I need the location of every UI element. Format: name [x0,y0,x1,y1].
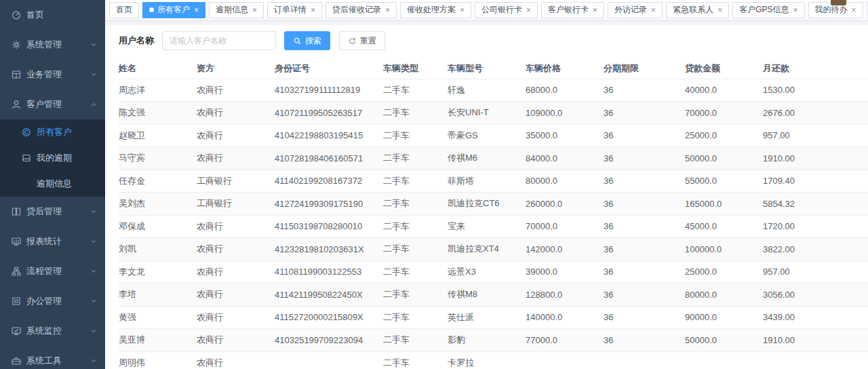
cell-installment_term: 36 [604,147,685,170]
table-body: 周志洋农商行410327199111112819二手车轩逸68000.03640… [119,79,868,369]
sidebar-item-客户管理[interactable]: 客户管理 [0,90,105,119]
cell-action: 详情 [841,170,868,193]
content-panel: 用户名称 搜索 重置 姓名资方身份证号车辆类型车辆型号车辆价格分期期限贷款金额月… [105,31,868,369]
cell-vehicle_model: 菲斯塔 [448,170,526,193]
sidebar-item-label: 逾期信息 [37,178,72,190]
flow-icon [11,266,22,277]
sidebar-item-逾期信息[interactable]: 逾期信息 [0,171,105,197]
tab-label: 外访记录 [614,4,647,16]
cell-funder: 工商银行 [197,170,275,193]
cell-funder: 农商行 [197,238,275,261]
close-icon[interactable]: × [852,6,856,14]
tab-紧急联系人[interactable]: 紧急联系人× [666,2,729,18]
sidebar-item-系统工具[interactable]: 系统工具 [0,346,105,369]
cell-installment_term: 36 [604,124,685,147]
sidebar-item-label: 办公管理 [26,295,62,307]
cell-vehicle_type: 二手车 [383,124,448,147]
table-row: 任存金工商银行411402199208167372二手车菲斯塔80000.036… [119,170,868,193]
search-toolbar: 用户名称 搜索 重置 [119,31,854,51]
close-icon[interactable]: × [593,6,597,14]
cell-installment_term [604,351,685,369]
search-input[interactable] [162,31,276,50]
cell-vehicle_model: 卡罗拉 [448,351,526,369]
table-row: 李文龙农商行411081199003122553二手车远景X339000.036… [119,260,868,284]
reset-button[interactable]: 重置 [339,31,385,50]
sidebar-item-报表统计[interactable]: 报表统计 [0,227,105,256]
sidebar-item-办公管理[interactable]: 办公管理 [0,286,105,316]
tab-贷后催收记录[interactable]: 贷后催收记录× [326,2,397,18]
cell-action: 详情 [841,79,868,102]
cell-id_number: 411081199003122553 [275,260,383,284]
refresh-icon [348,37,357,45]
main-area: 首页所有客户×逾期信息×订单详情×贷后催收记录×催收处理方案×公司银行卡×客户银… [105,0,868,369]
cell-action: 详情 [841,329,868,352]
cell-loan_amount: 70000.0 [685,102,763,125]
close-icon[interactable]: × [526,6,531,14]
tab-label: 所有客户 [157,4,190,16]
tab-label: 订单详情 [274,4,307,16]
sidebar-item-贷后管理[interactable]: 贷后管理 [0,197,105,227]
table-row: 马守宾农商行410728198406160571二手车传祺M684000.036… [119,147,868,170]
table-row: 吴亚博农商行410325199709223094二手车影豹77000.03650… [119,329,868,352]
dashboard-icon [11,9,22,20]
sidebar-item-所有客户[interactable]: 所有客户 [0,119,105,145]
cell-funder: 农商行 [197,329,275,352]
close-icon[interactable]: × [194,6,199,14]
cell-id_number: 41142119950822450X [275,284,383,307]
tab-label: 催收处理方案 [407,4,456,16]
cell-vehicle_price: 70000.0 [526,215,604,238]
tab-label: 首页 [116,4,132,16]
sidebar-item-首页[interactable]: 首页 [0,0,105,30]
avatar-fragment[interactable] [831,0,846,5]
sidebar-item-系统监控[interactable]: 系统监控 [0,316,105,346]
cell-name: 周志洋 [119,79,197,102]
cell-vehicle_price: 142000.0 [526,238,604,261]
tab-外访记录[interactable]: 外访记录× [608,2,663,18]
search-button[interactable]: 搜索 [284,31,330,50]
cell-name: 刘凯 [119,238,197,261]
cell-vehicle_type: 二手车 [383,329,448,352]
cell-name: 李培 [119,284,197,307]
cell-funder: 农商行 [197,147,275,170]
cell-vehicle_model: 英仕派 [448,306,526,329]
tab-客户银行卡[interactable]: 客户银行卡× [541,2,604,18]
sidebar-item-流程管理[interactable]: 流程管理 [0,256,105,286]
cell-funder: 农商行 [197,102,275,125]
cell-vehicle_price: 140000.0 [526,306,604,329]
cell-id_number: 41232819810203631X [275,238,383,261]
cell-vehicle_model: 轩逸 [448,79,526,102]
cell-vehicle_type: 二手车 [383,215,448,238]
tab-订单详情[interactable]: 订单详情× [267,2,322,18]
close-icon[interactable]: × [793,6,797,14]
cell-installment_term: 36 [604,215,685,238]
cell-monthly_payment [763,351,841,369]
column-header-操作: 操作 [841,58,868,79]
cell-action: 详情 [841,193,868,216]
cell-id_number: 410327199111112819 [275,79,383,102]
close-icon[interactable]: × [651,6,656,14]
sidebar-item-我的逾期[interactable]: 我的逾期 [0,145,105,171]
cell-vehicle_type: 二手车 [383,193,448,216]
cell-loan_amount: 25000.0 [685,124,763,147]
close-icon[interactable]: × [385,6,390,14]
column-header-贷款金额: 贷款金额 [685,58,763,79]
tab-逾期信息[interactable]: 逾期信息× [209,2,264,18]
sidebar-item-业务管理[interactable]: 业务管理 [0,60,105,90]
tab-客户GPS信息[interactable]: 客户GPS信息× [732,2,804,18]
close-icon[interactable]: × [460,6,465,14]
tab-首页[interactable]: 首页 [109,2,139,18]
cell-vehicle_model: 帝豪GS [448,124,526,147]
tab-所有客户[interactable]: 所有客户× [142,2,205,18]
cell-vehicle_model: 传祺M8 [448,284,526,307]
close-icon[interactable]: × [717,6,722,14]
grid-icon [11,69,22,80]
close-icon[interactable]: × [252,6,257,14]
cell-vehicle_type: 二手车 [383,147,448,170]
tab-催收处理方案[interactable]: 催收处理方案× [400,2,471,18]
active-tab-dot [149,7,154,12]
close-icon[interactable]: × [311,6,315,14]
sidebar-item-系统管理[interactable]: 系统管理 [0,30,105,60]
tab-公司银行卡[interactable]: 公司银行卡× [475,2,538,18]
search-icon [293,37,302,45]
cell-vehicle_type: 二手车 [383,79,448,102]
